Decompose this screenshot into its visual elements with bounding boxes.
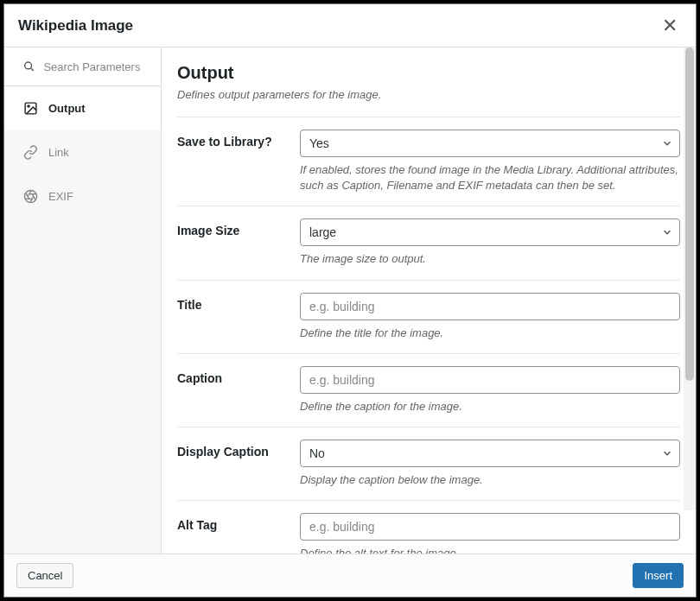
close-icon: ✕	[662, 15, 678, 36]
close-button[interactable]: ✕	[658, 14, 682, 38]
modal-header: Wikipedia Image ✕	[4, 4, 696, 47]
field-help: The image size to output.	[300, 251, 680, 267]
field-display-caption: Display Caption No Display the caption b…	[177, 427, 680, 500]
search-row	[4, 47, 161, 86]
panel-subtitle: Defines output parameters for the image.	[177, 88, 680, 101]
field-label: Title	[177, 293, 291, 341]
modal-dialog: Wikipedia Image ✕ Output Link EXIF	[3, 3, 697, 598]
field-label: Caption	[177, 366, 291, 414]
cancel-button[interactable]: Cancel	[16, 563, 73, 588]
sidebar: Output Link EXIF	[4, 47, 162, 554]
sidebar-item-label: Output	[48, 102, 86, 115]
sidebar-item-label: EXIF	[48, 190, 73, 203]
title-input[interactable]	[300, 293, 680, 320]
scrollbar[interactable]	[684, 47, 696, 510]
sidebar-item-exif[interactable]: EXIF	[4, 174, 161, 218]
field-help: If enabled, stores the found image in th…	[300, 162, 680, 193]
modal-title: Wikipedia Image	[18, 17, 133, 35]
display-caption-select[interactable]: No	[300, 440, 680, 467]
field-help: Define the title for the image.	[300, 326, 680, 341]
field-label: Image Size	[177, 218, 291, 267]
field-help: Define the alt text for the image.	[300, 546, 680, 554]
search-icon	[23, 60, 35, 73]
save-library-select[interactable]: Yes	[300, 130, 680, 157]
field-save-library: Save to Library? Yes If enabled, stores …	[177, 117, 680, 206]
link-icon	[23, 145, 38, 160]
field-help: Display the caption below the image.	[300, 472, 680, 488]
field-title: Title Define the title for the image.	[177, 280, 680, 353]
field-image-size: Image Size large The image size to outpu…	[177, 206, 680, 279]
sidebar-item-output[interactable]: Output	[4, 86, 161, 130]
caption-input[interactable]	[300, 366, 680, 394]
svg-point-0	[25, 62, 32, 69]
panel-title: Output	[177, 63, 680, 83]
field-caption: Caption Define the caption for the image…	[177, 353, 680, 427]
aperture-icon	[23, 189, 38, 204]
field-help: Define the caption for the image.	[300, 399, 680, 414]
svg-point-3	[28, 105, 29, 107]
field-alt-tag: Alt Tag Define the alt text for the imag…	[177, 500, 680, 554]
insert-button[interactable]: Insert	[633, 563, 684, 588]
image-size-select[interactable]: large	[300, 218, 680, 246]
field-label: Alt Tag	[177, 513, 291, 554]
alt-tag-input[interactable]	[300, 513, 680, 541]
search-input[interactable]	[43, 60, 147, 73]
sidebar-item-label: Link	[48, 146, 69, 159]
content-panel: Output Defines output parameters for the…	[162, 47, 696, 554]
sidebar-item-link[interactable]: Link	[4, 130, 161, 174]
modal-footer: Cancel Insert	[4, 554, 696, 597]
svg-line-1	[31, 68, 34, 71]
scrollbar-thumb[interactable]	[685, 47, 694, 381]
modal-body: Output Link EXIF Output Defines output p…	[4, 47, 696, 554]
field-label: Save to Library?	[177, 130, 291, 193]
image-icon	[23, 101, 38, 116]
field-label: Display Caption	[177, 440, 291, 488]
